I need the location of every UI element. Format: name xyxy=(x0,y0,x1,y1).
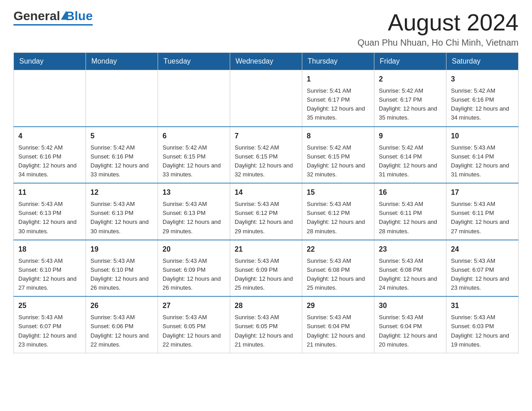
week-row-1: 1Sunrise: 5:41 AMSunset: 6:17 PMDaylight… xyxy=(14,70,519,127)
day-info: Sunrise: 5:43 AMSunset: 6:07 PMDaylight:… xyxy=(18,313,81,349)
day-number: 8 xyxy=(307,131,369,141)
day-info: Sunrise: 5:43 AMSunset: 6:05 PMDaylight:… xyxy=(163,313,225,349)
day-info: Sunrise: 5:43 AMSunset: 6:08 PMDaylight:… xyxy=(307,257,369,293)
day-number: 9 xyxy=(379,131,442,141)
day-number: 22 xyxy=(307,244,369,255)
day-number: 5 xyxy=(90,131,153,141)
calendar-cell: 1Sunrise: 5:41 AMSunset: 6:17 PMDaylight… xyxy=(302,70,374,127)
day-info: Sunrise: 5:43 AMSunset: 6:13 PMDaylight:… xyxy=(90,200,153,236)
calendar-cell: 6Sunrise: 5:42 AMSunset: 6:15 PMDaylight… xyxy=(158,127,230,184)
calendar-cell: 15Sunrise: 5:43 AMSunset: 6:12 PMDayligh… xyxy=(302,183,374,240)
day-number: 11 xyxy=(18,187,81,198)
day-info: Sunrise: 5:43 AMSunset: 6:11 PMDaylight:… xyxy=(379,200,442,236)
calendar-cell xyxy=(14,70,86,127)
calendar-cell: 4Sunrise: 5:42 AMSunset: 6:16 PMDaylight… xyxy=(14,127,86,184)
day-number: 1 xyxy=(307,74,369,85)
day-info: Sunrise: 5:43 AMSunset: 6:09 PMDaylight:… xyxy=(163,257,225,293)
week-row-3: 11Sunrise: 5:43 AMSunset: 6:13 PMDayligh… xyxy=(14,183,519,240)
day-number: 14 xyxy=(235,187,297,198)
day-info: Sunrise: 5:43 AMSunset: 6:05 PMDaylight:… xyxy=(235,313,297,349)
day-info: Sunrise: 5:42 AMSunset: 6:15 PMDaylight:… xyxy=(163,143,225,180)
day-number: 17 xyxy=(451,187,514,198)
day-info: Sunrise: 5:42 AMSunset: 6:16 PMDaylight:… xyxy=(90,143,153,180)
day-number: 18 xyxy=(18,244,81,255)
calendar-cell: 22Sunrise: 5:43 AMSunset: 6:08 PMDayligh… xyxy=(302,240,374,297)
week-row-2: 4Sunrise: 5:42 AMSunset: 6:16 PMDaylight… xyxy=(14,127,519,184)
month-year-title: August 2024 xyxy=(357,9,519,36)
calendar-cell: 16Sunrise: 5:43 AMSunset: 6:11 PMDayligh… xyxy=(374,183,446,240)
day-info: Sunrise: 5:43 AMSunset: 6:12 PMDaylight:… xyxy=(307,200,369,236)
day-number: 6 xyxy=(163,131,225,141)
calendar-cell: 20Sunrise: 5:43 AMSunset: 6:09 PMDayligh… xyxy=(158,240,230,297)
day-number: 16 xyxy=(379,187,442,198)
day-number: 21 xyxy=(235,244,297,255)
day-number: 13 xyxy=(163,187,225,198)
calendar-cell: 12Sunrise: 5:43 AMSunset: 6:13 PMDayligh… xyxy=(86,183,158,240)
day-number: 20 xyxy=(163,244,225,255)
header-wednesday: Wednesday xyxy=(230,53,302,70)
calendar-cell: 19Sunrise: 5:43 AMSunset: 6:10 PMDayligh… xyxy=(86,240,158,297)
calendar-cell: 31Sunrise: 5:43 AMSunset: 6:03 PMDayligh… xyxy=(446,296,519,353)
day-number: 30 xyxy=(379,300,442,311)
calendar-cell xyxy=(230,70,302,127)
calendar-cell: 24Sunrise: 5:43 AMSunset: 6:07 PMDayligh… xyxy=(446,240,519,297)
header-sunday: Sunday xyxy=(14,53,86,70)
day-info: Sunrise: 5:42 AMSunset: 6:16 PMDaylight:… xyxy=(18,143,81,180)
day-info: Sunrise: 5:41 AMSunset: 6:17 PMDaylight:… xyxy=(307,86,369,123)
calendar-cell: 10Sunrise: 5:43 AMSunset: 6:14 PMDayligh… xyxy=(446,127,519,184)
day-info: Sunrise: 5:43 AMSunset: 6:09 PMDaylight:… xyxy=(235,257,297,293)
title-area: August 2024 Quan Phu Nhuan, Ho Chi Minh,… xyxy=(357,9,519,48)
day-number: 31 xyxy=(451,300,514,311)
day-info: Sunrise: 5:43 AMSunset: 6:04 PMDaylight:… xyxy=(379,313,442,349)
calendar-cell xyxy=(158,70,230,127)
day-number: 25 xyxy=(18,300,81,311)
day-number: 4 xyxy=(18,131,81,141)
header-thursday: Thursday xyxy=(302,53,374,70)
day-number: 3 xyxy=(451,74,514,85)
day-info: Sunrise: 5:43 AMSunset: 6:03 PMDaylight:… xyxy=(451,313,514,349)
header-friday: Friday xyxy=(374,53,446,70)
calendar-cell: 5Sunrise: 5:42 AMSunset: 6:16 PMDaylight… xyxy=(86,127,158,184)
day-number: 12 xyxy=(90,187,153,198)
day-info: Sunrise: 5:43 AMSunset: 6:07 PMDaylight:… xyxy=(451,257,514,293)
logo-blue-text: Blue xyxy=(65,9,93,23)
day-info: Sunrise: 5:43 AMSunset: 6:14 PMDaylight:… xyxy=(451,143,514,180)
day-info: Sunrise: 5:43 AMSunset: 6:13 PMDaylight:… xyxy=(18,200,81,236)
calendar-cell: 25Sunrise: 5:43 AMSunset: 6:07 PMDayligh… xyxy=(14,296,86,353)
day-number: 27 xyxy=(163,300,225,311)
header: General Blue August 2024 Quan Phu Nhuan,… xyxy=(13,9,519,48)
calendar-cell: 17Sunrise: 5:43 AMSunset: 6:11 PMDayligh… xyxy=(446,183,519,240)
week-row-5: 25Sunrise: 5:43 AMSunset: 6:07 PMDayligh… xyxy=(14,296,519,353)
day-info: Sunrise: 5:43 AMSunset: 6:10 PMDaylight:… xyxy=(90,257,153,293)
calendar-cell: 9Sunrise: 5:42 AMSunset: 6:14 PMDaylight… xyxy=(374,127,446,184)
calendar-cell: 11Sunrise: 5:43 AMSunset: 6:13 PMDayligh… xyxy=(14,183,86,240)
weekday-header-row: Sunday Monday Tuesday Wednesday Thursday… xyxy=(14,53,519,70)
calendar-cell: 21Sunrise: 5:43 AMSunset: 6:09 PMDayligh… xyxy=(230,240,302,297)
logo-underline xyxy=(13,24,93,26)
day-number: 7 xyxy=(235,131,297,141)
day-info: Sunrise: 5:43 AMSunset: 6:06 PMDaylight:… xyxy=(90,313,153,349)
calendar-cell: 23Sunrise: 5:43 AMSunset: 6:08 PMDayligh… xyxy=(374,240,446,297)
day-info: Sunrise: 5:42 AMSunset: 6:16 PMDaylight:… xyxy=(451,86,514,123)
week-row-4: 18Sunrise: 5:43 AMSunset: 6:10 PMDayligh… xyxy=(14,240,519,297)
day-number: 10 xyxy=(451,131,514,141)
logo: General Blue xyxy=(13,9,93,26)
day-info: Sunrise: 5:43 AMSunset: 6:10 PMDaylight:… xyxy=(18,257,81,293)
day-number: 2 xyxy=(379,74,442,85)
header-tuesday: Tuesday xyxy=(158,53,230,70)
calendar-cell: 29Sunrise: 5:43 AMSunset: 6:04 PMDayligh… xyxy=(302,296,374,353)
day-number: 26 xyxy=(90,300,153,311)
logo-triangle-icon xyxy=(61,11,66,20)
day-info: Sunrise: 5:42 AMSunset: 6:15 PMDaylight:… xyxy=(307,143,369,180)
logo-general-text: General xyxy=(13,9,60,23)
calendar-cell: 30Sunrise: 5:43 AMSunset: 6:04 PMDayligh… xyxy=(374,296,446,353)
day-info: Sunrise: 5:43 AMSunset: 6:13 PMDaylight:… xyxy=(163,200,225,236)
day-number: 29 xyxy=(307,300,369,311)
calendar-cell: 13Sunrise: 5:43 AMSunset: 6:13 PMDayligh… xyxy=(158,183,230,240)
header-saturday: Saturday xyxy=(446,53,519,70)
calendar-cell: 3Sunrise: 5:42 AMSunset: 6:16 PMDaylight… xyxy=(446,70,519,127)
day-info: Sunrise: 5:42 AMSunset: 6:15 PMDaylight:… xyxy=(235,143,297,180)
day-info: Sunrise: 5:42 AMSunset: 6:14 PMDaylight:… xyxy=(379,143,442,180)
day-info: Sunrise: 5:43 AMSunset: 6:11 PMDaylight:… xyxy=(451,200,514,236)
day-info: Sunrise: 5:43 AMSunset: 6:04 PMDaylight:… xyxy=(307,313,369,349)
